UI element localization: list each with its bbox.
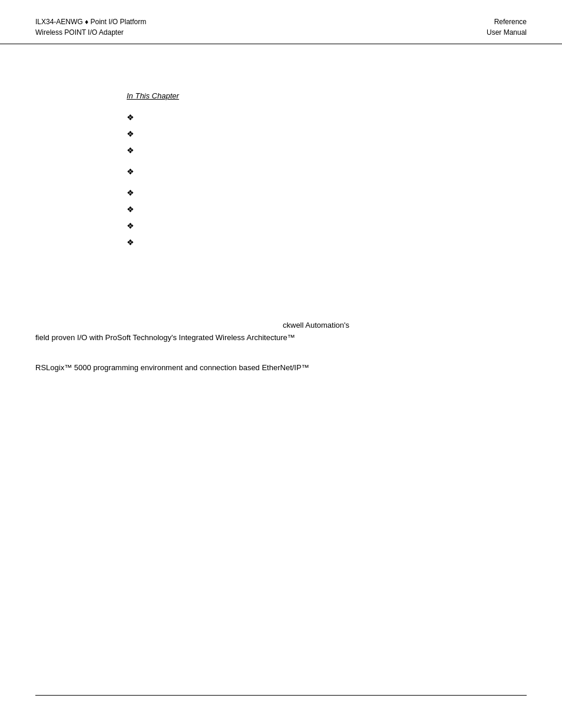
header-left: ILX34-AENWG ♦ Point I/O Platform Wireles… [35, 17, 146, 38]
header-product-line: ILX34-AENWG ♦ Point I/O Platform [35, 17, 146, 27]
bullet-icon: ❖ [127, 187, 134, 199]
in-this-chapter-title: In This Chapter [127, 91, 527, 100]
list-item: ❖ [127, 165, 527, 178]
bullet-icon: ❖ [127, 220, 134, 232]
description-paragraph-2: RSLogix™ 5000 programming environment an… [35, 362, 527, 374]
list-item: ❖ [127, 203, 527, 216]
desc-text-full: field proven I/O with ProSoft Technology… [35, 333, 295, 342]
header-doc-name: User Manual [487, 27, 527, 38]
description-paragraph-1: ckwell Automation's field proven I/O wit… [35, 319, 527, 344]
desc-text-rslogix: RSLogix™ 5000 programming environment an… [35, 363, 309, 372]
bullet-icon: ❖ [127, 111, 134, 124]
list-item: ❖ [127, 144, 527, 157]
bullet-icon: ❖ [127, 236, 134, 249]
bullet-icon: ❖ [127, 203, 134, 216]
bullet-icon: ❖ [127, 128, 134, 140]
list-item: ❖ [127, 111, 527, 124]
footer-line [35, 695, 527, 696]
list-item: ❖ [127, 127, 527, 140]
chapter-bullet-list: ❖ ❖ ❖ ❖ ❖ [127, 111, 527, 249]
list-item: ❖ [127, 236, 527, 249]
page-header: ILX34-AENWG ♦ Point I/O Platform Wireles… [0, 0, 562, 44]
bullet-icon: ❖ [127, 166, 134, 178]
bullet-icon: ❖ [127, 144, 134, 157]
header-right: Reference User Manual [487, 17, 527, 38]
header-doc-type: Reference [487, 17, 527, 27]
list-item: ❖ [127, 219, 527, 232]
list-item: ❖ [127, 186, 527, 199]
header-product-name: Wireless POINT I/O Adapter [35, 27, 146, 38]
description-section: ckwell Automation's field proven I/O wit… [35, 319, 527, 374]
page-container: ILX34-AENWG ♦ Point I/O Platform Wireles… [0, 0, 562, 728]
in-this-chapter-section: In This Chapter ❖ ❖ ❖ ❖ [127, 91, 527, 249]
desc-text-partial: ckwell Automation's [283, 321, 349, 330]
main-content: In This Chapter ❖ ❖ ❖ ❖ [0, 44, 562, 409]
